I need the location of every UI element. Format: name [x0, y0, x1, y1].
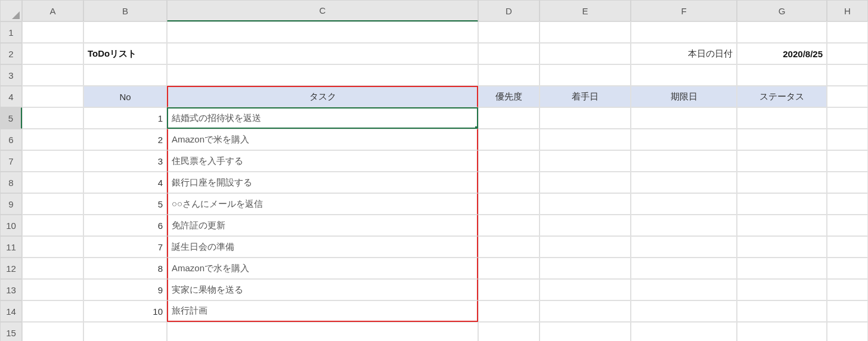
- cell-F8[interactable]: [631, 172, 737, 193]
- cell-H13[interactable]: [827, 279, 868, 300]
- cell-C10[interactable]: 免許証の更新: [167, 215, 478, 236]
- cell-E14[interactable]: [540, 300, 631, 322]
- cell-H12[interactable]: [827, 258, 868, 279]
- cell-H3[interactable]: [827, 64, 868, 86]
- cell-H8[interactable]: [827, 172, 868, 193]
- cell-C4[interactable]: タスク: [167, 86, 478, 107]
- cell-C13[interactable]: 実家に果物を送る: [167, 279, 478, 300]
- cell-F9[interactable]: [631, 193, 737, 215]
- col-header-A[interactable]: A: [22, 0, 83, 21]
- cell-H10[interactable]: [827, 215, 868, 236]
- cell-B15[interactable]: [83, 322, 167, 341]
- cell-D7[interactable]: [478, 150, 540, 172]
- cell-C6[interactable]: Amazonで米を購入: [167, 129, 478, 150]
- cell-F5[interactable]: [631, 107, 737, 129]
- cell-G14[interactable]: [737, 300, 827, 322]
- cell-F7[interactable]: [631, 150, 737, 172]
- cell-C1[interactable]: [167, 21, 478, 43]
- cell-E11[interactable]: [540, 236, 631, 258]
- cell-E6[interactable]: [540, 129, 631, 150]
- cell-D10[interactable]: [478, 215, 540, 236]
- row-header-9[interactable]: 9: [0, 193, 22, 215]
- cell-F10[interactable]: [631, 215, 737, 236]
- row-header-10[interactable]: 10: [0, 215, 22, 236]
- row-header-11[interactable]: 11: [0, 236, 22, 258]
- col-header-E[interactable]: E: [540, 0, 631, 21]
- cell-B3[interactable]: [83, 64, 167, 86]
- row-header-14[interactable]: 14: [0, 300, 22, 322]
- cell-F4[interactable]: 期限日: [631, 86, 737, 107]
- cell-C3[interactable]: [167, 64, 478, 86]
- cell-E12[interactable]: [540, 258, 631, 279]
- cell-E9[interactable]: [540, 193, 631, 215]
- col-header-H[interactable]: H: [827, 0, 868, 21]
- cell-E2[interactable]: [540, 43, 631, 64]
- cell-E8[interactable]: [540, 172, 631, 193]
- cell-A15[interactable]: [22, 322, 83, 341]
- row-header-4[interactable]: 4: [0, 86, 22, 107]
- cell-B5[interactable]: 1: [83, 107, 167, 129]
- row-header-2[interactable]: 2: [0, 43, 22, 64]
- cell-D1[interactable]: [478, 21, 540, 43]
- cell-C15[interactable]: [167, 322, 478, 341]
- cell-D8[interactable]: [478, 172, 540, 193]
- col-header-B[interactable]: B: [83, 0, 167, 21]
- cell-C7[interactable]: 住民票を入手する: [167, 150, 478, 172]
- cell-B12[interactable]: 8: [83, 258, 167, 279]
- cell-E13[interactable]: [540, 279, 631, 300]
- cell-G5[interactable]: [737, 107, 827, 129]
- cell-G10[interactable]: [737, 215, 827, 236]
- cell-C8[interactable]: 銀行口座を開設する: [167, 172, 478, 193]
- cell-H9[interactable]: [827, 193, 868, 215]
- row-header-6[interactable]: 6: [0, 129, 22, 150]
- cell-D3[interactable]: [478, 64, 540, 86]
- col-header-C[interactable]: C: [167, 0, 478, 21]
- row-header-15[interactable]: 15: [0, 322, 22, 341]
- cell-G6[interactable]: [737, 129, 827, 150]
- cell-H1[interactable]: [827, 21, 868, 43]
- cell-A12[interactable]: [22, 258, 83, 279]
- cell-D9[interactable]: [478, 193, 540, 215]
- cell-D14[interactable]: [478, 300, 540, 322]
- select-all-corner[interactable]: [0, 0, 22, 21]
- cell-A13[interactable]: [22, 279, 83, 300]
- cell-B1[interactable]: [83, 21, 167, 43]
- cell-D5[interactable]: [478, 107, 540, 129]
- cell-C11[interactable]: 誕生日会の準備: [167, 236, 478, 258]
- cell-E5[interactable]: [540, 107, 631, 129]
- cell-B8[interactable]: 4: [83, 172, 167, 193]
- cell-A4[interactable]: [22, 86, 83, 107]
- row-header-1[interactable]: 1: [0, 21, 22, 43]
- cell-A3[interactable]: [22, 64, 83, 86]
- cell-H6[interactable]: [827, 129, 868, 150]
- cell-G2[interactable]: 2020/8/25: [737, 43, 827, 64]
- cell-F2[interactable]: 本日の日付: [631, 43, 737, 64]
- cell-B4[interactable]: No: [83, 86, 167, 107]
- cell-E7[interactable]: [540, 150, 631, 172]
- row-header-7[interactable]: 7: [0, 150, 22, 172]
- cell-B2[interactable]: ToDoリスト: [83, 43, 167, 64]
- cell-A5[interactable]: [22, 107, 83, 129]
- cell-A2[interactable]: [22, 43, 83, 64]
- cell-A7[interactable]: [22, 150, 83, 172]
- cell-B7[interactable]: 3: [83, 150, 167, 172]
- cell-D6[interactable]: [478, 129, 540, 150]
- cell-A10[interactable]: [22, 215, 83, 236]
- cell-B11[interactable]: 7: [83, 236, 167, 258]
- cell-G8[interactable]: [737, 172, 827, 193]
- col-header-F[interactable]: F: [631, 0, 737, 21]
- cell-G13[interactable]: [737, 279, 827, 300]
- cell-C2[interactable]: [167, 43, 478, 64]
- cell-H11[interactable]: [827, 236, 868, 258]
- cell-D12[interactable]: [478, 258, 540, 279]
- cell-H7[interactable]: [827, 150, 868, 172]
- cell-F14[interactable]: [631, 300, 737, 322]
- row-header-12[interactable]: 12: [0, 258, 22, 279]
- cell-A9[interactable]: [22, 193, 83, 215]
- cell-G11[interactable]: [737, 236, 827, 258]
- cell-D11[interactable]: [478, 236, 540, 258]
- cell-D4[interactable]: 優先度: [478, 86, 540, 107]
- cell-H4[interactable]: [827, 86, 868, 107]
- cell-G7[interactable]: [737, 150, 827, 172]
- cell-E15[interactable]: [540, 322, 631, 341]
